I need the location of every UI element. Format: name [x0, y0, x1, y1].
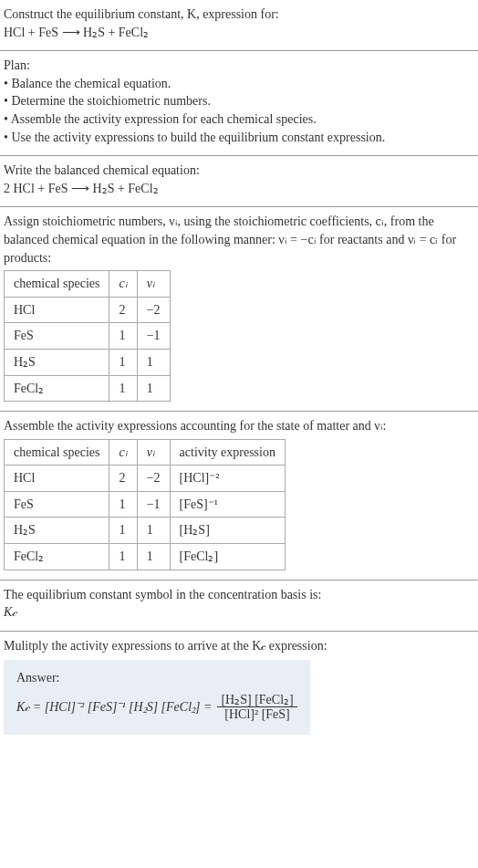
prompt-equation: HCl + FeS ⟶ H₂S + FeCl₂ [4, 24, 474, 42]
col-vi: νᵢ [137, 271, 170, 298]
stoich-table: chemical species cᵢ νᵢ HCl 2 −2 FeS 1 −1… [4, 270, 171, 402]
answer-expression: K𝒸 = [HCl]⁻² [FeS]⁻¹ [H₂S] [FeCl₂] = [H₂… [16, 693, 297, 722]
table-row: H₂S 1 1 [5, 349, 171, 375]
cell-species: FeS [5, 491, 109, 518]
table-row: HCl 2 −2 [HCl]⁻² [5, 465, 286, 492]
section-stoich-table: Assign stoichiometric numbers, νᵢ, using… [0, 207, 478, 412]
symbol-value: K𝒸 [4, 603, 474, 622]
cell-vi: −2 [137, 465, 170, 492]
table-row: FeCl₂ 1 1 [FeCl₂] [5, 544, 286, 570]
cell-vi: −1 [137, 323, 170, 350]
section-multiply: Mulitply the activity expressions to arr… [0, 632, 478, 744]
cell-vi: 1 [137, 375, 170, 402]
stoich-description: Assign stoichiometric numbers, νᵢ, using… [4, 213, 474, 267]
cell-species: FeCl₂ [5, 375, 109, 402]
plan-bullet-3: • Assemble the activity expression for e… [4, 110, 474, 129]
answer-lhs: K𝒸 = [HCl]⁻² [FeS]⁻¹ [H₂S] [FeCl₂] = [16, 698, 212, 716]
prompt-text: Construct the equilibrium constant, K, e… [4, 7, 279, 21]
table-row: FeCl₂ 1 1 [5, 375, 171, 402]
table-header-row: chemical species cᵢ νᵢ [5, 271, 171, 298]
answer-label: Answer: [16, 669, 297, 687]
cell-ci: 1 [109, 375, 137, 402]
cell-vi: −2 [137, 297, 170, 323]
balanced-label: Write the balanced chemical equation: [4, 162, 474, 180]
table-row: FeS 1 −1 [5, 323, 171, 350]
table-row: FeS 1 −1 [FeS]⁻¹ [5, 491, 286, 518]
plan-bullet-4: • Use the activity expressions to build … [4, 129, 474, 147]
col-activity: activity expression [170, 439, 285, 465]
activity-table: chemical species cᵢ νᵢ activity expressi… [4, 439, 286, 570]
activity-description: Assemble the activity expressions accoun… [4, 417, 474, 435]
col-vi: νᵢ [137, 439, 170, 465]
cell-vi: 1 [137, 544, 170, 570]
section-prompt: Construct the equilibrium constant, K, e… [0, 0, 478, 51]
col-ci: cᵢ [109, 439, 137, 465]
cell-ci: 2 [109, 297, 137, 323]
answer-box: Answer: K𝒸 = [HCl]⁻² [FeS]⁻¹ [H₂S] [FeCl… [4, 660, 310, 734]
table-header-row: chemical species cᵢ νᵢ activity expressi… [5, 439, 286, 465]
fraction-denominator: [HCl]² [FeS] [221, 707, 293, 721]
section-activity-table: Assemble the activity expressions accoun… [0, 412, 478, 580]
cell-ci: 1 [109, 491, 137, 518]
section-symbol: The equilibrium constant symbol in the c… [0, 580, 478, 632]
plan-bullet-1: • Balance the chemical equation. [4, 75, 474, 93]
table-row: HCl 2 −2 [5, 297, 171, 323]
cell-ci: 1 [109, 518, 137, 544]
plan-bullet-2: • Determine the stoichiometric numbers. [4, 92, 474, 110]
prompt-line-1: Construct the equilibrium constant, K, e… [4, 5, 474, 24]
table-row: H₂S 1 1 [H₂S] [5, 518, 286, 544]
symbol-label: The equilibrium constant symbol in the c… [4, 586, 474, 604]
cell-ci: 1 [109, 323, 137, 350]
cell-species: HCl [5, 465, 109, 492]
balanced-equation: 2 HCl + FeS ⟶ H₂S + FeCl₂ [4, 180, 474, 198]
cell-activity: [HCl]⁻² [170, 465, 285, 492]
cell-species: FeS [5, 323, 109, 350]
plan-heading: Plan: [4, 57, 474, 75]
cell-species: H₂S [5, 518, 109, 544]
cell-species: H₂S [5, 349, 109, 375]
cell-ci: 1 [109, 544, 137, 570]
cell-ci: 2 [109, 465, 137, 492]
answer-fraction: [H₂S] [FeCl₂] [HCl]² [FeS] [217, 693, 296, 722]
multiply-label: Mulitply the activity expressions to arr… [4, 637, 474, 655]
cell-ci: 1 [109, 349, 137, 375]
cell-activity: [FeS]⁻¹ [170, 491, 285, 518]
cell-vi: 1 [137, 518, 170, 544]
fraction-numerator: [H₂S] [FeCl₂] [217, 693, 296, 707]
cell-vi: 1 [137, 349, 170, 375]
cell-activity: [FeCl₂] [170, 544, 285, 570]
col-ci: cᵢ [109, 271, 137, 298]
section-plan: Plan: • Balance the chemical equation. •… [0, 51, 478, 156]
section-balanced: Write the balanced chemical equation: 2 … [0, 156, 478, 207]
col-species: chemical species [5, 439, 109, 465]
cell-species: FeCl₂ [5, 544, 109, 570]
cell-activity: [H₂S] [170, 518, 285, 544]
col-species: chemical species [5, 271, 109, 298]
cell-species: HCl [5, 297, 109, 323]
cell-vi: −1 [137, 491, 170, 518]
